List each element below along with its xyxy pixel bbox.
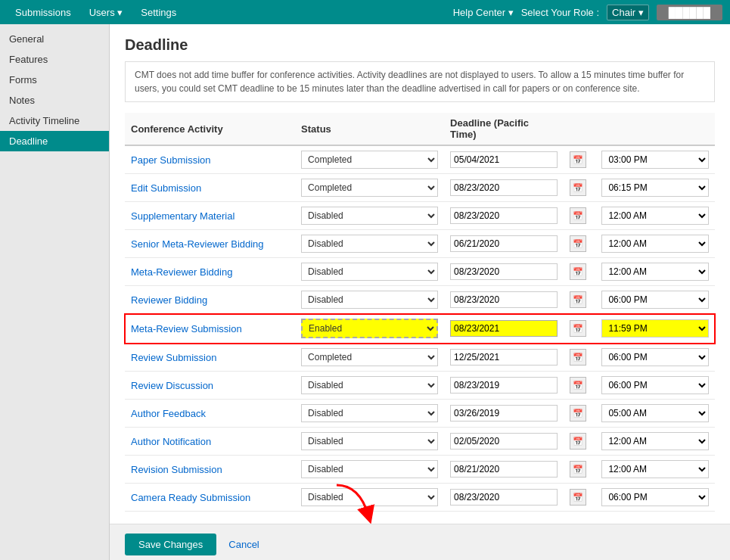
nav-users[interactable]: Users ▾: [82, 4, 131, 21]
status-cell[interactable]: DisabledEnabledCompleted: [295, 174, 444, 202]
date-input[interactable]: [450, 489, 558, 506]
time-cell[interactable]: 05:00 AM12:00 AM01:00 AM02:00 AM03:00 AM…: [595, 400, 715, 428]
time-select[interactable]: 06:00 PM12:00 AM01:00 AM02:00 AM03:00 AM…: [601, 488, 709, 506]
date-cell[interactable]: [444, 230, 564, 258]
calendar-cell[interactable]: 📅: [564, 258, 596, 286]
time-select[interactable]: 12:00 AM01:00 AM02:00 AM03:00 AM04:00 AM…: [601, 235, 709, 253]
date-input[interactable]: [450, 320, 558, 337]
date-input[interactable]: [450, 433, 558, 450]
status-select[interactable]: DisabledEnabledCompleted: [301, 151, 438, 169]
time-select[interactable]: 06:00 PM12:00 AM01:00 AM02:00 AM03:00 AM…: [601, 376, 709, 394]
user-menu-button[interactable]: ██████: [657, 5, 722, 20]
calendar-icon[interactable]: 📅: [570, 179, 586, 196]
time-select[interactable]: 06:15 PM12:00 AM01:00 AM02:00 AM03:00 AM…: [601, 179, 709, 197]
date-input[interactable]: [450, 349, 558, 366]
status-cell[interactable]: DisabledEnabledCompleted: [295, 145, 444, 174]
status-cell[interactable]: DisabledEnabledCompleted: [295, 400, 444, 428]
time-cell[interactable]: 12:00 AM01:00 AM02:00 AM03:00 AM04:00 AM…: [595, 428, 715, 456]
calendar-icon[interactable]: 📅: [570, 291, 586, 308]
status-select[interactable]: DisabledEnabledCompleted: [301, 432, 438, 450]
calendar-cell[interactable]: 📅: [564, 428, 596, 456]
calendar-cell[interactable]: 📅: [564, 174, 596, 202]
status-select[interactable]: DisabledEnabledCompleted: [301, 291, 438, 309]
calendar-cell[interactable]: 📅: [564, 145, 596, 174]
calendar-icon[interactable]: 📅: [570, 151, 586, 168]
time-select[interactable]: 12:00 AM01:00 AM02:00 AM03:00 AM04:00 AM…: [601, 460, 709, 478]
sidebar-item-deadline[interactable]: Deadline: [0, 131, 109, 151]
time-cell[interactable]: 12:00 AM01:00 AM02:00 AM03:00 AM04:00 AM…: [595, 258, 715, 286]
time-cell[interactable]: 06:00 PM12:00 AM01:00 AM02:00 AM03:00 AM…: [595, 344, 715, 372]
calendar-icon[interactable]: 📅: [570, 405, 586, 422]
status-select[interactable]: DisabledEnabledCompleted: [301, 488, 438, 506]
status-select[interactable]: DisabledEnabledCompleted: [301, 404, 438, 422]
time-cell[interactable]: 06:15 PM12:00 AM01:00 AM02:00 AM03:00 AM…: [595, 174, 715, 202]
calendar-icon[interactable]: 📅: [570, 235, 586, 252]
date-cell[interactable]: [444, 456, 564, 484]
date-input[interactable]: [450, 151, 558, 168]
status-cell[interactable]: DisabledEnabledCompleted: [295, 202, 444, 230]
date-cell[interactable]: [444, 202, 564, 230]
calendar-icon[interactable]: 📅: [570, 349, 586, 366]
status-select[interactable]: DisabledEnabledCompleted: [301, 263, 438, 281]
calendar-cell[interactable]: 📅: [564, 314, 596, 344]
date-cell[interactable]: [444, 344, 564, 372]
cancel-link[interactable]: Cancel: [228, 539, 259, 550]
time-select[interactable]: 11:59 PM12:00 AM01:00 AM02:00 AM03:00 AM…: [601, 319, 709, 338]
time-cell[interactable]: 12:00 AM01:00 AM02:00 AM03:00 AM04:00 AM…: [595, 230, 715, 258]
date-cell[interactable]: [444, 314, 564, 344]
status-select[interactable]: DisabledEnabledCompleted: [301, 179, 438, 197]
status-cell[interactable]: DisabledEnabledCompleted: [295, 372, 444, 400]
time-select[interactable]: 12:00 AM01:00 AM02:00 AM03:00 AM04:00 AM…: [601, 263, 709, 281]
status-cell[interactable]: DisabledEnabledCompleted: [295, 286, 444, 314]
date-cell[interactable]: [444, 174, 564, 202]
time-cell[interactable]: 03:00 PM12:00 AM01:00 AM02:00 AM03:00 AM…: [595, 145, 715, 174]
calendar-cell[interactable]: 📅: [564, 202, 596, 230]
time-cell[interactable]: 11:59 PM12:00 AM01:00 AM02:00 AM03:00 AM…: [595, 314, 715, 344]
date-input[interactable]: [450, 235, 558, 252]
sidebar-item-features[interactable]: Features: [0, 49, 109, 70]
status-select[interactable]: DisabledEnabledCompleted: [301, 348, 438, 366]
calendar-cell[interactable]: 📅: [564, 230, 596, 258]
status-select[interactable]: DisabledEnabledCompleted: [301, 376, 438, 394]
status-select[interactable]: DisabledEnabledCompleted: [301, 460, 438, 478]
date-cell[interactable]: [444, 145, 564, 174]
date-input[interactable]: [450, 263, 558, 280]
calendar-icon[interactable]: 📅: [570, 207, 586, 224]
status-cell[interactable]: DisabledEnabledCompleted: [295, 258, 444, 286]
date-cell[interactable]: [444, 428, 564, 456]
status-select[interactable]: DisabledEnabledCompleted: [301, 319, 438, 338]
date-cell[interactable]: [444, 372, 564, 400]
status-cell[interactable]: DisabledEnabledCompleted: [295, 314, 444, 344]
date-cell[interactable]: [444, 400, 564, 428]
date-input[interactable]: [450, 377, 558, 394]
calendar-icon[interactable]: 📅: [570, 489, 586, 506]
calendar-icon[interactable]: 📅: [570, 263, 586, 280]
time-cell[interactable]: 06:00 PM12:00 AM01:00 AM02:00 AM03:00 AM…: [595, 484, 715, 512]
status-cell[interactable]: DisabledEnabledCompleted: [295, 484, 444, 512]
calendar-icon[interactable]: 📅: [570, 433, 586, 450]
time-cell[interactable]: 06:00 PM12:00 AM01:00 AM02:00 AM03:00 AM…: [595, 286, 715, 314]
time-cell[interactable]: 12:00 AM01:00 AM02:00 AM03:00 AM04:00 AM…: [595, 456, 715, 484]
time-cell[interactable]: 06:00 PM12:00 AM01:00 AM02:00 AM03:00 AM…: [595, 372, 715, 400]
sidebar-item-forms[interactable]: Forms: [0, 70, 109, 90]
status-select[interactable]: DisabledEnabledCompleted: [301, 235, 438, 253]
calendar-icon[interactable]: 📅: [570, 320, 586, 337]
calendar-cell[interactable]: 📅: [564, 286, 596, 314]
date-input[interactable]: [450, 179, 558, 196]
time-select[interactable]: 12:00 AM01:00 AM02:00 AM03:00 AM04:00 AM…: [601, 207, 709, 225]
time-select[interactable]: 05:00 AM12:00 AM01:00 AM02:00 AM03:00 AM…: [601, 404, 709, 422]
date-cell[interactable]: [444, 484, 564, 512]
time-cell[interactable]: 12:00 AM01:00 AM02:00 AM03:00 AM04:00 AM…: [595, 202, 715, 230]
date-cell[interactable]: [444, 258, 564, 286]
time-select[interactable]: 12:00 AM01:00 AM02:00 AM03:00 AM04:00 AM…: [601, 432, 709, 450]
calendar-cell[interactable]: 📅: [564, 484, 596, 512]
calendar-cell[interactable]: 📅: [564, 456, 596, 484]
help-center-link[interactable]: Help Center ▾: [453, 7, 514, 18]
save-changes-button[interactable]: Save Changes: [125, 534, 216, 555]
status-select[interactable]: DisabledEnabledCompleted: [301, 207, 438, 225]
date-cell[interactable]: [444, 286, 564, 314]
sidebar-item-general[interactable]: General: [0, 29, 109, 49]
role-selector[interactable]: Chair ▾: [607, 5, 649, 20]
status-cell[interactable]: DisabledEnabledCompleted: [295, 344, 444, 372]
nav-submissions[interactable]: Submissions: [8, 4, 79, 21]
